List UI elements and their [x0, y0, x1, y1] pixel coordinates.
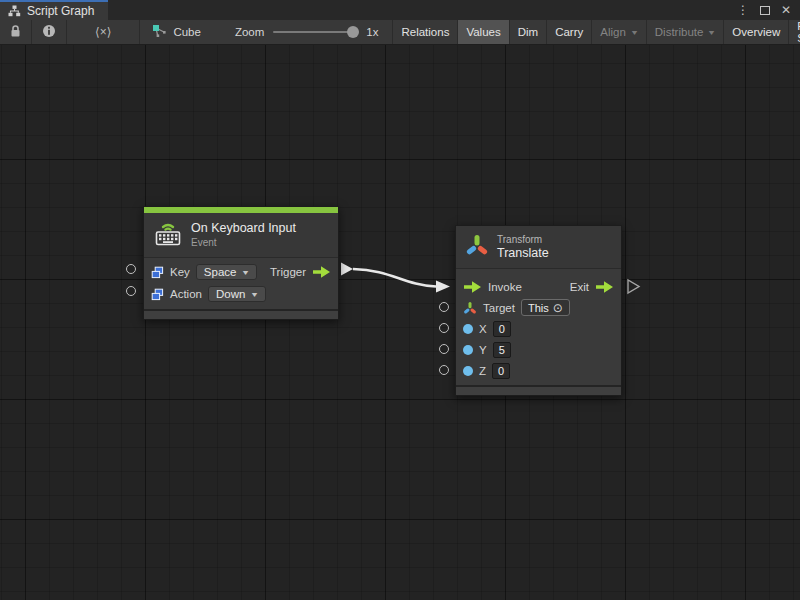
node-translate[interactable]: Transform Translate Invoke Exit — [455, 225, 622, 396]
exit-out-arrowhead-empty — [628, 280, 639, 293]
info-icon — [42, 24, 56, 40]
node-subtitle: Event — [191, 237, 296, 249]
carry-label: Carry — [555, 26, 583, 38]
chevron-down-icon: ▼ — [250, 291, 259, 298]
trigger-flow-port[interactable] — [312, 265, 331, 279]
x-value-field[interactable]: 0 — [493, 321, 511, 337]
keyboard-event-icon — [154, 220, 182, 250]
node-row-x: X 0 — [456, 318, 621, 339]
node-row-target: Target This ⊙ — [456, 297, 621, 318]
dim-label: Dim — [518, 26, 538, 38]
node-header: Transform Translate — [456, 226, 621, 269]
wire-path — [353, 269, 436, 287]
enum-value-icon — [151, 288, 164, 301]
chevron-down-icon: ▼ — [707, 29, 716, 36]
connection-wire — [0, 45, 800, 600]
graph-canvas[interactable]: On Keyboard Input Event Key Space ▼ — [0, 45, 800, 600]
z-value-port[interactable] — [463, 366, 473, 376]
object-picker-icon: ⊙ — [553, 302, 563, 314]
node-body: Key Space ▼ Trigger — [144, 258, 338, 309]
enum-value-icon — [151, 266, 164, 279]
y-value-field[interactable]: 5 — [493, 342, 511, 358]
action-dropdown[interactable]: Down ▼ — [208, 286, 266, 302]
lock-button[interactable] — [0, 20, 32, 44]
graph-owner[interactable]: Cube — [140, 20, 211, 44]
node-header: On Keyboard Input Event — [144, 213, 338, 258]
action-input-port[interactable] — [126, 286, 136, 296]
chevron-down-icon: ▼ — [630, 29, 639, 36]
x-input-port[interactable] — [439, 323, 449, 333]
port-label-y: Y — [479, 344, 487, 356]
carry-button[interactable]: Carry — [546, 20, 591, 44]
exit-flow-port[interactable] — [595, 280, 614, 294]
tab-script-graph[interactable]: Script Graph — [0, 0, 108, 20]
node-title: Translate — [497, 246, 549, 261]
node-on-keyboard-input[interactable]: On Keyboard Input Event Key Space ▼ — [143, 206, 339, 320]
zoom-control: Zoom 1x — [211, 20, 393, 44]
port-label-z: Z — [479, 365, 486, 377]
script-graph-window: Script Graph ⋮ ✕ — [0, 0, 800, 600]
graph-hierarchy-icon — [8, 5, 21, 17]
distribute-button[interactable]: Distribute ▼ — [646, 20, 724, 44]
node-row-flow: Invoke Exit — [456, 276, 621, 297]
key-dropdown[interactable]: Space ▼ — [196, 264, 258, 280]
port-label-trigger: Trigger — [270, 266, 306, 278]
zoom-level: 1x — [366, 26, 378, 38]
node-row-key: Key Space ▼ Trigger — [144, 261, 338, 283]
align-label: Align — [600, 26, 626, 38]
zoom-label: Zoom — [235, 26, 264, 38]
zoom-slider-handle[interactable] — [347, 26, 359, 38]
node-row-z: Z 0 — [456, 360, 621, 381]
node-footer — [144, 309, 338, 319]
trigger-out-arrowhead — [341, 263, 353, 276]
node-body: Invoke Exit — [456, 269, 621, 385]
overview-button[interactable]: Overview — [723, 20, 788, 44]
code-icon: ⟨×⟩ — [95, 25, 111, 39]
node-row-action: Action Down ▼ — [144, 283, 338, 305]
port-label-exit: Exit — [570, 281, 589, 293]
key-dropdown-value: Space — [204, 266, 237, 278]
tab-label: Script Graph — [27, 4, 94, 18]
window-controls: ⋮ ✕ — [737, 0, 800, 20]
overview-label: Overview — [732, 26, 780, 38]
transform-icon — [466, 233, 488, 261]
invoke-flow-port[interactable] — [463, 280, 482, 294]
key-input-port[interactable] — [126, 264, 136, 274]
distribute-label: Distribute — [655, 26, 704, 38]
edit-script-button[interactable]: ⟨×⟩ — [67, 20, 140, 44]
values-label: Values — [466, 26, 500, 38]
node-row-y: Y 5 — [456, 339, 621, 360]
port-label-invoke: Invoke — [488, 281, 522, 293]
action-dropdown-value: Down — [216, 288, 245, 300]
maximize-icon[interactable] — [760, 6, 770, 15]
relations-button[interactable]: Relations — [392, 20, 457, 44]
toolbar-buttons: Relations Values Dim Carry Align ▼ Distr… — [392, 20, 800, 44]
z-value-field[interactable]: 0 — [492, 363, 510, 379]
target-input-port[interactable] — [439, 302, 449, 312]
graph-pointer-icon — [152, 24, 167, 40]
port-label-target: Target — [483, 302, 515, 314]
y-input-port[interactable] — [439, 344, 449, 354]
port-label-key: Key — [170, 266, 190, 278]
more-menu-icon[interactable]: ⋮ — [737, 4, 749, 16]
x-value-port[interactable] — [463, 324, 473, 334]
close-icon[interactable]: ✕ — [781, 4, 791, 16]
relations-label: Relations — [401, 26, 449, 38]
y-value-port[interactable] — [463, 345, 473, 355]
full-screen-button[interactable]: Full Screen — [788, 20, 800, 44]
z-input-port[interactable] — [439, 365, 449, 375]
lock-icon — [10, 25, 21, 40]
align-button[interactable]: Align ▼ — [591, 20, 646, 44]
target-object-picker[interactable]: This ⊙ — [521, 299, 570, 316]
transform-mini-icon — [463, 301, 477, 315]
port-label-action: Action — [170, 288, 202, 300]
node-footer — [456, 385, 621, 395]
zoom-slider[interactable] — [273, 31, 357, 33]
values-button[interactable]: Values — [457, 20, 508, 44]
graph-owner-label: Cube — [173, 26, 201, 38]
dim-button[interactable]: Dim — [509, 20, 546, 44]
port-label-x: X — [479, 323, 487, 335]
tab-bar: Script Graph ⋮ ✕ — [0, 0, 800, 20]
chevron-down-icon: ▼ — [241, 269, 250, 276]
inspect-button[interactable] — [32, 20, 67, 44]
